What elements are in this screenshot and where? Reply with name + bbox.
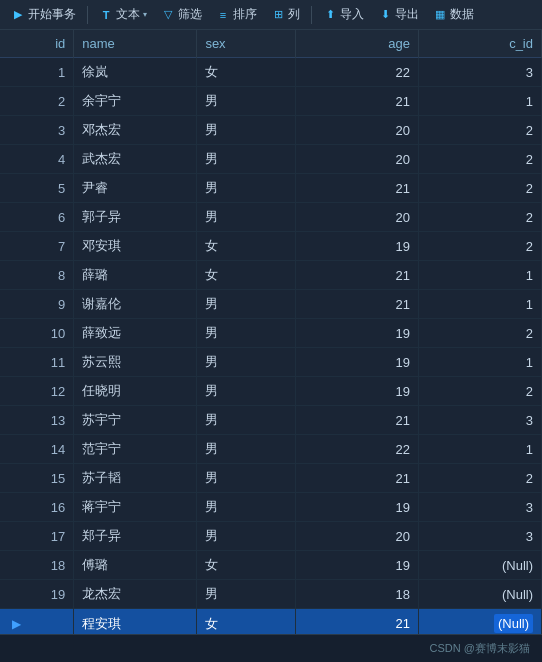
cell-name[interactable]: 余宇宁 bbox=[74, 87, 197, 116]
cell-id[interactable]: 19 bbox=[0, 580, 74, 609]
cell-cid[interactable]: 2 bbox=[418, 464, 541, 493]
cell-name[interactable]: 薛璐 bbox=[74, 261, 197, 290]
cell-sex[interactable]: 男 bbox=[197, 377, 295, 406]
cell-age[interactable]: 18 bbox=[295, 580, 418, 609]
cell-age[interactable]: 19 bbox=[295, 348, 418, 377]
table-row[interactable]: 3邓杰宏男202 bbox=[0, 116, 542, 145]
cell-cid[interactable]: 1 bbox=[418, 87, 541, 116]
cell-id[interactable]: 8 bbox=[0, 261, 74, 290]
cell-id[interactable]: 5 bbox=[0, 174, 74, 203]
cell-age[interactable]: 20 bbox=[295, 522, 418, 551]
cell-sex[interactable]: 女 bbox=[197, 232, 295, 261]
table-row[interactable]: 18傅璐女19(Null) bbox=[0, 551, 542, 580]
cell-name[interactable]: 薛致远 bbox=[74, 319, 197, 348]
cell-age[interactable]: 21 bbox=[295, 87, 418, 116]
table-row[interactable]: 12任晓明男192 bbox=[0, 377, 542, 406]
cell-name[interactable]: 程安琪 bbox=[74, 609, 197, 635]
cell-cid[interactable]: 3 bbox=[418, 406, 541, 435]
cell-cid[interactable]: 1 bbox=[418, 261, 541, 290]
cell-name[interactable]: 邓杰宏 bbox=[74, 116, 197, 145]
cell-id[interactable]: 7 bbox=[0, 232, 74, 261]
cell-age[interactable]: 19 bbox=[295, 551, 418, 580]
col-header-age[interactable]: age bbox=[295, 30, 418, 58]
table-row[interactable]: 8薛璐女211 bbox=[0, 261, 542, 290]
table-row[interactable]: 7邓安琪女192 bbox=[0, 232, 542, 261]
cell-age[interactable]: 20 bbox=[295, 145, 418, 174]
cell-cid[interactable]: (Null) bbox=[418, 551, 541, 580]
cell-id[interactable]: 4 bbox=[0, 145, 74, 174]
import-button[interactable]: ⬆ 导入 bbox=[318, 4, 369, 25]
text-button[interactable]: T 文本 ▾ bbox=[94, 4, 152, 25]
table-row[interactable]: 15苏子韬男212 bbox=[0, 464, 542, 493]
cell-cid[interactable]: 2 bbox=[418, 174, 541, 203]
cell-cid[interactable]: 3 bbox=[418, 493, 541, 522]
cell-id[interactable]: 10 bbox=[0, 319, 74, 348]
table-row[interactable]: 10薛致远男192 bbox=[0, 319, 542, 348]
cell-name[interactable]: 徐岚 bbox=[74, 58, 197, 87]
cell-id[interactable]: 17 bbox=[0, 522, 74, 551]
cell-id[interactable]: 15 bbox=[0, 464, 74, 493]
cell-age[interactable]: 19 bbox=[295, 493, 418, 522]
table-row[interactable]: 2余宇宁男211 bbox=[0, 87, 542, 116]
cell-cid[interactable]: 2 bbox=[418, 232, 541, 261]
cell-age[interactable]: 19 bbox=[295, 377, 418, 406]
cell-sex[interactable]: 女 bbox=[197, 551, 295, 580]
col-header-cid[interactable]: c_id bbox=[418, 30, 541, 58]
cell-age[interactable]: 21 bbox=[295, 406, 418, 435]
cell-name[interactable]: 范宇宁 bbox=[74, 435, 197, 464]
cell-age[interactable]: 22 bbox=[295, 435, 418, 464]
cell-sex[interactable]: 男 bbox=[197, 116, 295, 145]
cell-cid[interactable]: 3 bbox=[418, 522, 541, 551]
cell-cid[interactable]: 2 bbox=[418, 319, 541, 348]
data-button[interactable]: ▦ 数据 bbox=[428, 4, 479, 25]
cell-age[interactable]: 19 bbox=[295, 319, 418, 348]
cell-name[interactable]: 武杰宏 bbox=[74, 145, 197, 174]
cell-sex[interactable]: 男 bbox=[197, 203, 295, 232]
cell-name[interactable]: 苏云熙 bbox=[74, 348, 197, 377]
cell-sex[interactable]: 女 bbox=[197, 261, 295, 290]
cell-name[interactable]: 郑子异 bbox=[74, 522, 197, 551]
cell-name[interactable]: 苏宇宁 bbox=[74, 406, 197, 435]
cell-age[interactable]: 21 bbox=[295, 464, 418, 493]
table-row[interactable]: 9谢嘉伦男211 bbox=[0, 290, 542, 319]
sort-button[interactable]: ≡ 排序 bbox=[211, 4, 262, 25]
table-row[interactable]: 16蒋宇宁男193 bbox=[0, 493, 542, 522]
cell-id[interactable]: 16 bbox=[0, 493, 74, 522]
cell-id[interactable]: 3 bbox=[0, 116, 74, 145]
cell-id[interactable]: ▶ bbox=[0, 609, 74, 635]
cell-cid[interactable]: 2 bbox=[418, 116, 541, 145]
cell-age[interactable]: 21 bbox=[295, 609, 418, 635]
start-task-button[interactable]: ▶ 开始事务 bbox=[6, 4, 81, 25]
cell-cid[interactable]: 1 bbox=[418, 435, 541, 464]
cell-sex[interactable]: 男 bbox=[197, 145, 295, 174]
cell-id[interactable]: 13 bbox=[0, 406, 74, 435]
cell-age[interactable]: 21 bbox=[295, 174, 418, 203]
cell-name[interactable]: 任晓明 bbox=[74, 377, 197, 406]
cell-id[interactable]: 2 bbox=[0, 87, 74, 116]
cell-sex[interactable]: 男 bbox=[197, 348, 295, 377]
cell-sex[interactable]: 女 bbox=[197, 609, 295, 635]
filter-button[interactable]: ▽ 筛选 bbox=[156, 4, 207, 25]
cell-name[interactable]: 龙杰宏 bbox=[74, 580, 197, 609]
cell-cid[interactable]: (Null) bbox=[418, 580, 541, 609]
cell-age[interactable]: 19 bbox=[295, 232, 418, 261]
cell-sex[interactable]: 男 bbox=[197, 464, 295, 493]
cell-cid[interactable]: (Null) bbox=[418, 609, 541, 635]
cell-age[interactable]: 20 bbox=[295, 116, 418, 145]
cell-id[interactable]: 11 bbox=[0, 348, 74, 377]
cell-name[interactable]: 苏子韬 bbox=[74, 464, 197, 493]
cell-sex[interactable]: 男 bbox=[197, 319, 295, 348]
cell-age[interactable]: 22 bbox=[295, 58, 418, 87]
table-row[interactable]: 14范宇宁男221 bbox=[0, 435, 542, 464]
cell-age[interactable]: 21 bbox=[295, 290, 418, 319]
cell-sex[interactable]: 男 bbox=[197, 522, 295, 551]
cell-id[interactable]: 1 bbox=[0, 58, 74, 87]
cell-sex[interactable]: 男 bbox=[197, 406, 295, 435]
cell-id[interactable]: 9 bbox=[0, 290, 74, 319]
cell-name[interactable]: 谢嘉伦 bbox=[74, 290, 197, 319]
cell-name[interactable]: 蒋宇宁 bbox=[74, 493, 197, 522]
cell-sex[interactable]: 男 bbox=[197, 174, 295, 203]
cell-cid[interactable]: 2 bbox=[418, 377, 541, 406]
cell-sex[interactable]: 女 bbox=[197, 58, 295, 87]
table-row[interactable]: 19龙杰宏男18(Null) bbox=[0, 580, 542, 609]
